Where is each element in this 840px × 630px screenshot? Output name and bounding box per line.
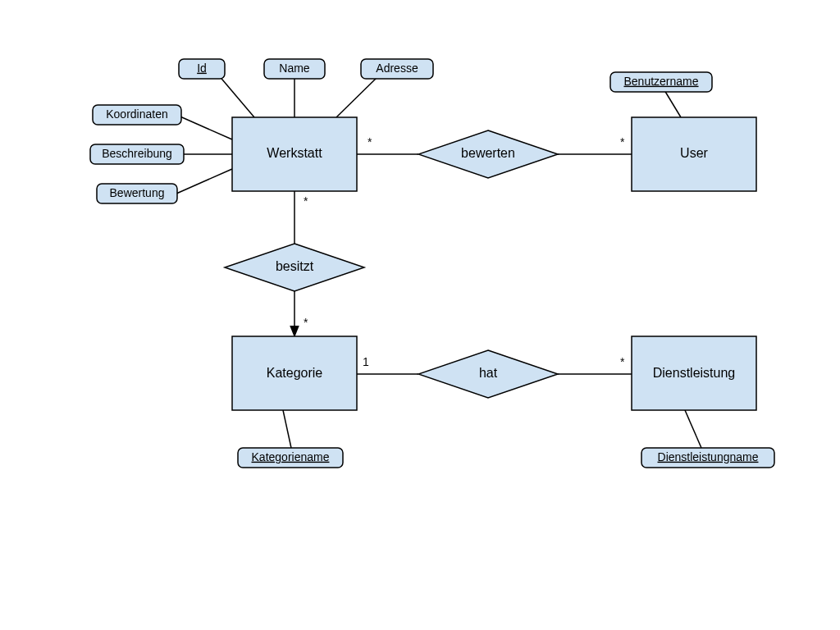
rel-bewerten: bewerten	[418, 130, 558, 178]
attr-koordinaten-label: Koordinaten	[106, 107, 168, 121]
attr-id: Id	[179, 59, 225, 79]
edge-bewertung-werkstatt	[176, 169, 232, 194]
edge-adresse-werkstatt	[336, 77, 377, 117]
rel-besitzt-label: besitzt	[276, 259, 314, 273]
edge-benutzername-user	[664, 90, 681, 117]
entity-werkstatt-label: Werkstatt	[267, 146, 322, 160]
attr-dienstleistungname-label: Dienstleistungname	[658, 450, 759, 463]
attr-beschreibung-label: Beschreibung	[102, 147, 172, 160]
card-werkstatt-bewerten: *	[368, 135, 372, 148]
card-user-bewerten: *	[620, 135, 625, 148]
attr-adresse-label: Adresse	[376, 62, 418, 75]
card-werkstatt-besitzt: *	[304, 194, 308, 208]
attr-bewertung-label: Bewertung	[110, 186, 165, 199]
entity-kategorie: Kategorie	[232, 336, 357, 410]
entity-user-label: User	[680, 146, 708, 160]
entity-dienstleistung: Dienstleistung	[632, 336, 756, 410]
entity-user: User	[632, 117, 756, 191]
edge-koordinaten-werkstatt	[176, 115, 232, 139]
card-dienstleistung-hat: *	[620, 355, 625, 368]
card-kategorie-hat: 1	[363, 355, 369, 368]
attr-koordinaten: Koordinaten	[93, 105, 181, 125]
attr-kategoriename: Kategoriename	[238, 448, 343, 468]
attr-beschreibung: Beschreibung	[90, 144, 184, 164]
rel-hat-label: hat	[479, 366, 498, 380]
attr-benutzername: Benutzername	[610, 72, 712, 92]
attr-name-label: Name	[279, 62, 310, 75]
attr-bewertung: Bewertung	[97, 184, 177, 203]
entity-kategorie-label: Kategorie	[267, 366, 323, 380]
edge-kategoriename-kategorie	[283, 410, 291, 448]
attr-benutzername-label: Benutzername	[623, 75, 698, 88]
attr-name: Name	[264, 59, 325, 79]
entity-werkstatt: Werkstatt	[232, 117, 357, 191]
entity-dienstleistung-label: Dienstleistung	[653, 366, 736, 380]
rel-hat: hat	[418, 350, 558, 398]
card-kategorie-besitzt: *	[304, 316, 308, 329]
edge-dienstleistungname-dienstleistung	[685, 410, 701, 448]
attr-adresse: Adresse	[361, 59, 433, 79]
rel-besitzt: besitzt	[225, 244, 364, 291]
rel-bewerten-label: bewerten	[461, 146, 515, 160]
attr-kategoriename-label: Kategoriename	[252, 450, 330, 463]
attr-id-label: Id	[197, 62, 207, 75]
attr-dienstleistungname: Dienstleistungname	[641, 448, 774, 468]
er-diagram: Werkstatt User Kategorie Dienstleistung …	[0, 0, 840, 630]
